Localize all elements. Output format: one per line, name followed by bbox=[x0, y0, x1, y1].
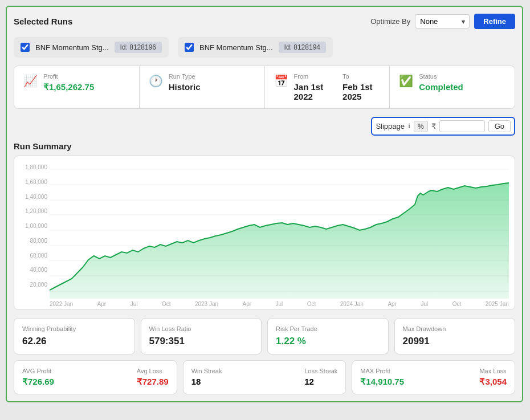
info-cards: 📈 Profit ₹1,65,262.75 🕐 Run Type Histori… bbox=[14, 66, 515, 109]
from-label: From bbox=[294, 73, 332, 80]
header: Selected Runs Optimize By None Profit Dr… bbox=[14, 14, 515, 29]
optimize-section: Optimize By None Profit Drawdown ▼ Refin… bbox=[370, 14, 515, 29]
max-loss-value: ₹3,054 bbox=[479, 377, 507, 387]
optimize-select-wrapper: None Profit Drawdown ▼ bbox=[415, 14, 470, 28]
avg-profit-label: AVG Profit bbox=[22, 368, 54, 374]
x-label-10: Apr bbox=[388, 301, 397, 307]
x-label-5: 2023 Jan bbox=[195, 301, 218, 307]
risk-per-trade-label: Risk Per Trade bbox=[276, 325, 380, 332]
chart-container: 1,80,000 1,60,000 1,40,000 1,20,000 1,00… bbox=[14, 156, 515, 310]
info-icon[interactable]: ℹ bbox=[408, 123, 410, 130]
stat-card-max-drawdown: Max Drawdown 20991 bbox=[394, 318, 516, 354]
runtype-value: Historic bbox=[169, 82, 201, 92]
optimize-select[interactable]: None Profit Drawdown bbox=[415, 14, 470, 28]
info-card-dates: 📅 From Jan 1st 2022 To Feb 1st 2025 bbox=[265, 66, 390, 108]
avg-profit-value: ₹726.69 bbox=[22, 377, 54, 387]
x-label-11: Jul bbox=[421, 301, 428, 307]
stat-card-win-loss-ratio: Win Loss Ratio 579:351 bbox=[141, 318, 262, 354]
x-label-6: Apr bbox=[243, 301, 252, 307]
x-label-2: Apr bbox=[97, 301, 107, 307]
x-label-8: Oct bbox=[307, 301, 316, 307]
y-label-8: 40,000 bbox=[20, 267, 47, 273]
info-card-runtype: 🕐 Run Type Historic bbox=[140, 66, 265, 108]
run-id-badge-2: Id: 8128194 bbox=[279, 42, 326, 53]
max-drawdown-value: 20991 bbox=[403, 336, 507, 347]
stat-card-max-profit: MAX Profit ₹14,910.75 Max Loss ₹3,054 bbox=[352, 360, 515, 394]
status-label: Status bbox=[419, 73, 463, 80]
winning-prob-value: 62.26 bbox=[22, 336, 127, 347]
slippage-row: Slippage ℹ % ₹ Go bbox=[14, 117, 515, 136]
run-item-1: BNF Momentum Stg... Id: 8128196 bbox=[14, 37, 169, 58]
run-checkbox-1[interactable] bbox=[21, 43, 30, 52]
runtype-label: Run Type bbox=[169, 73, 201, 80]
stats-grid2: AVG Profit ₹726.69 Avg Loss ₹727.89 Win … bbox=[14, 360, 515, 394]
winning-prob-label: Winning Probability bbox=[22, 325, 127, 332]
max-profit-label: MAX Profit bbox=[360, 368, 404, 374]
refine-button[interactable]: Refine bbox=[474, 14, 515, 29]
run-name-2: BNF Momentum Stg... bbox=[199, 43, 273, 52]
status-icon: ✅ bbox=[399, 74, 413, 88]
max-profit-value: ₹14,910.75 bbox=[360, 377, 404, 387]
info-card-profit: 📈 Profit ₹1,65,262.75 bbox=[14, 66, 140, 108]
to-label: To bbox=[343, 73, 380, 80]
win-loss-value: 579:351 bbox=[149, 336, 254, 347]
optimize-label: Optimize By bbox=[370, 17, 410, 26]
loss-streak-value: 12 bbox=[304, 377, 337, 386]
win-streak-value: 18 bbox=[191, 377, 222, 386]
y-label-6: 80,000 bbox=[20, 238, 47, 244]
from-value: Jan 1st 2022 bbox=[294, 82, 332, 101]
slippage-rupee: ₹ bbox=[431, 122, 436, 131]
run-name-1: BNF Momentum Stg... bbox=[35, 43, 109, 52]
run-checkbox-2[interactable] bbox=[185, 43, 194, 52]
run-item-2: BNF Momentum Stg... Id: 8128194 bbox=[178, 37, 333, 58]
risk-per-trade-value: 1.22 % bbox=[276, 336, 380, 347]
y-label-1: 1,80,000 bbox=[20, 164, 47, 170]
stat-card-risk-per-trade: Risk Per Trade 1.22 % bbox=[267, 318, 389, 354]
clock-icon: 🕐 bbox=[149, 74, 163, 88]
max-loss-label: Max Loss bbox=[479, 368, 507, 374]
x-label-3: Jul bbox=[131, 301, 138, 307]
info-card-status: ✅ Status Completed bbox=[390, 66, 515, 108]
page-title: Selected Runs bbox=[14, 17, 72, 26]
run-items: BNF Momentum Stg... Id: 8128196 BNF Mome… bbox=[14, 37, 515, 58]
go-button[interactable]: Go bbox=[488, 120, 511, 132]
max-drawdown-label: Max Drawdown bbox=[403, 325, 507, 332]
to-value: Feb 1st 2025 bbox=[343, 82, 380, 101]
stat-card-winning-prob: Winning Probability 62.26 bbox=[14, 318, 135, 354]
slippage-pct[interactable]: % bbox=[414, 121, 428, 132]
profit-label: Profit bbox=[43, 73, 94, 80]
calendar-icon: 📅 bbox=[274, 74, 288, 88]
y-label-2: 1,60,000 bbox=[20, 179, 47, 185]
win-loss-label: Win Loss Ratio bbox=[149, 325, 254, 332]
win-streak-label: Win Streak bbox=[191, 368, 222, 374]
stats-grid: Winning Probability 62.26 Win Loss Ratio… bbox=[14, 318, 515, 354]
profit-icon: 📈 bbox=[23, 74, 38, 88]
x-label-12: Oct bbox=[452, 301, 462, 307]
avg-loss-label: Avg Loss bbox=[137, 368, 169, 374]
x-label-9: 2024 Jan bbox=[340, 301, 364, 307]
slippage-box: Slippage ℹ % ₹ Go bbox=[371, 117, 515, 136]
y-label-7: 60,000 bbox=[20, 252, 47, 259]
x-label-7: Jul bbox=[276, 301, 283, 307]
slippage-input[interactable] bbox=[439, 120, 485, 132]
x-label-4: Oct bbox=[162, 301, 171, 307]
stat-card-avg-profit: AVG Profit ₹726.69 Avg Loss ₹727.89 bbox=[14, 360, 177, 394]
main-container: Selected Runs Optimize By None Profit Dr… bbox=[6, 6, 523, 402]
y-label-9: 20,000 bbox=[20, 282, 47, 288]
avg-loss-value: ₹727.89 bbox=[137, 377, 169, 387]
y-label-3: 1,40,000 bbox=[20, 194, 47, 200]
run-summary-title: Run Summary bbox=[14, 141, 515, 151]
profit-value: ₹1,65,262.75 bbox=[43, 82, 94, 92]
slippage-label: Slippage bbox=[376, 122, 405, 131]
stat-card-win-streak: Win Streak 18 Loss Streak 12 bbox=[183, 360, 346, 394]
x-label-1: 2022 Jan bbox=[50, 301, 73, 307]
loss-streak-label: Loss Streak bbox=[304, 368, 337, 374]
y-label-5: 1,00,000 bbox=[20, 223, 47, 229]
chart-svg bbox=[50, 162, 509, 299]
status-value: Completed bbox=[419, 82, 463, 92]
x-label-13: 2025 Jan bbox=[486, 301, 509, 307]
run-id-badge-1: Id: 8128196 bbox=[115, 42, 162, 53]
y-label-4: 1,20,000 bbox=[20, 208, 47, 214]
